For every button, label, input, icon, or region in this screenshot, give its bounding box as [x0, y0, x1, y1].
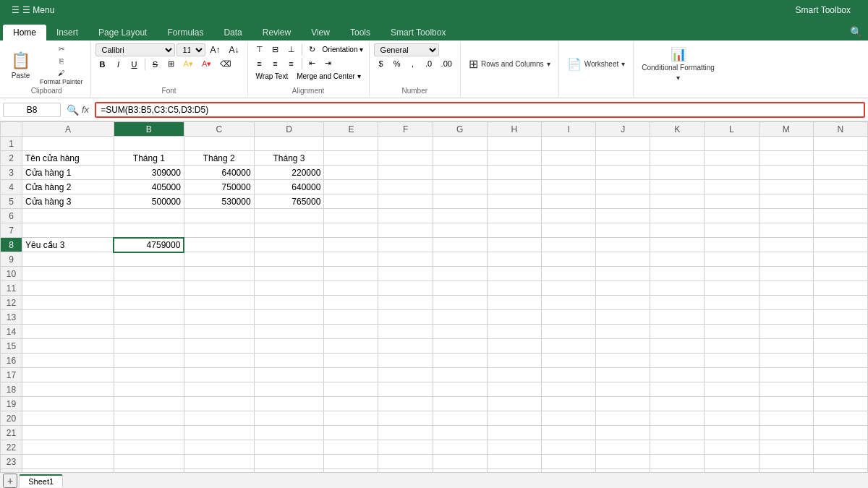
- cell-H2[interactable]: [487, 151, 541, 166]
- cell-C3[interactable]: 640000: [184, 166, 254, 180]
- cell-A10[interactable]: [22, 267, 114, 281]
- align-bottom-button[interactable]: ⊥: [284, 43, 299, 56]
- col-header-k[interactable]: K: [650, 122, 705, 137]
- paste-button[interactable]: 📋 Paste: [7, 49, 34, 82]
- cell-M24[interactable]: [759, 469, 813, 473]
- cell-K3[interactable]: [650, 166, 705, 180]
- cell-C5[interactable]: 530000: [184, 194, 254, 209]
- row-header-20[interactable]: 20: [1, 411, 22, 426]
- row-header-2[interactable]: 2: [1, 151, 22, 166]
- cell-M5[interactable]: [759, 194, 813, 209]
- cell-N10[interactable]: [813, 267, 867, 281]
- cell-J23[interactable]: [596, 455, 650, 469]
- cell-F13[interactable]: [378, 310, 433, 325]
- cell-L8[interactable]: [705, 238, 759, 252]
- cell-C19[interactable]: [184, 397, 254, 411]
- cell-E14[interactable]: [324, 325, 378, 339]
- cell-J3[interactable]: [596, 166, 650, 180]
- comma-button[interactable]: ,: [406, 58, 420, 69]
- tab-formulas[interactable]: Formulas: [157, 25, 213, 40]
- cell-E2[interactable]: [324, 151, 378, 166]
- cell-E17[interactable]: [324, 368, 378, 382]
- row-header-8[interactable]: 8: [1, 238, 22, 252]
- cell-K12[interactable]: [650, 296, 705, 310]
- cell-A19[interactable]: [22, 397, 114, 411]
- col-header-g[interactable]: G: [433, 122, 487, 137]
- cell-C1[interactable]: [184, 137, 254, 151]
- cell-G22[interactable]: [433, 440, 487, 455]
- copy-button[interactable]: ⎘: [37, 56, 86, 67]
- cell-L13[interactable]: [705, 310, 759, 325]
- align-center-button[interactable]: ≡: [268, 58, 283, 69]
- cell-B11[interactable]: [114, 281, 184, 296]
- cell-B22[interactable]: [114, 440, 184, 455]
- italic-button[interactable]: I: [111, 59, 126, 70]
- tab-page-layout[interactable]: Page Layout: [88, 25, 157, 40]
- cell-M22[interactable]: [759, 440, 813, 455]
- cell-F9[interactable]: [378, 252, 433, 267]
- cell-D23[interactable]: [254, 455, 324, 469]
- cell-G10[interactable]: [433, 267, 487, 281]
- cell-J15[interactable]: [596, 339, 650, 354]
- cell-I10[interactable]: [542, 267, 596, 281]
- cell-I15[interactable]: [542, 339, 596, 354]
- cell-M12[interactable]: [759, 296, 813, 310]
- cell-I1[interactable]: [542, 137, 596, 151]
- cell-B2[interactable]: Tháng 1: [114, 151, 184, 166]
- cell-I20[interactable]: [542, 411, 596, 426]
- row-header-12[interactable]: 12: [1, 296, 22, 310]
- cell-C12[interactable]: [184, 296, 254, 310]
- cell-L2[interactable]: [705, 151, 759, 166]
- cell-F10[interactable]: [378, 267, 433, 281]
- align-right-button[interactable]: ≡: [284, 58, 299, 69]
- cell-E20[interactable]: [324, 411, 378, 426]
- cell-J4[interactable]: [596, 180, 650, 194]
- cell-E22[interactable]: [324, 440, 378, 455]
- row-header-18[interactable]: 18: [1, 382, 22, 397]
- cell-L3[interactable]: [705, 166, 759, 180]
- row-header-17[interactable]: 17: [1, 368, 22, 382]
- cell-H22[interactable]: [487, 440, 541, 455]
- cell-A21[interactable]: [22, 426, 114, 440]
- cell-H20[interactable]: [487, 411, 541, 426]
- cell-L22[interactable]: [705, 440, 759, 455]
- cell-J22[interactable]: [596, 440, 650, 455]
- cell-K7[interactable]: [650, 223, 705, 238]
- row-header-16[interactable]: 16: [1, 354, 22, 368]
- cell-F11[interactable]: [378, 281, 433, 296]
- cell-J8[interactable]: [596, 238, 650, 252]
- cell-C24[interactable]: [184, 469, 254, 473]
- cell-H16[interactable]: [487, 354, 541, 368]
- rows-columns-button[interactable]: ⊞ Rows and Columns ▾: [465, 55, 554, 73]
- cell-B12[interactable]: [114, 296, 184, 310]
- cell-M2[interactable]: [759, 151, 813, 166]
- cell-M17[interactable]: [759, 368, 813, 382]
- cell-D9[interactable]: [254, 252, 324, 267]
- cell-H24[interactable]: [487, 469, 541, 473]
- col-header-c[interactable]: C: [184, 122, 254, 137]
- cell-E12[interactable]: [324, 296, 378, 310]
- cell-H15[interactable]: [487, 339, 541, 354]
- increase-decimal-button[interactable]: .00: [438, 58, 456, 69]
- format-painter-button[interactable]: 🖌 Format Painter: [37, 68, 86, 87]
- cell-C9[interactable]: [184, 252, 254, 267]
- cell-N13[interactable]: [813, 310, 867, 325]
- menu-button[interactable]: ☰ ☰ Menu: [6, 4, 60, 17]
- cell-G16[interactable]: [433, 354, 487, 368]
- orientation-button[interactable]: ↻: [305, 43, 320, 56]
- bold-button[interactable]: B: [95, 59, 110, 70]
- worksheet-button[interactable]: 📄 Worksheet ▾: [563, 55, 629, 73]
- cell-F12[interactable]: [378, 296, 433, 310]
- cell-D11[interactable]: [254, 281, 324, 296]
- cell-A14[interactable]: [22, 325, 114, 339]
- cell-B3[interactable]: 309000: [114, 166, 184, 180]
- cell-C23[interactable]: [184, 455, 254, 469]
- cell-F18[interactable]: [378, 382, 433, 397]
- cell-G17[interactable]: [433, 368, 487, 382]
- cell-A3[interactable]: Cửa hàng 1: [22, 166, 114, 180]
- cell-A6[interactable]: [22, 209, 114, 223]
- border-button[interactable]: ⊞: [164, 58, 179, 70]
- col-header-n[interactable]: N: [813, 122, 867, 137]
- cell-A7[interactable]: [22, 223, 114, 238]
- cell-D15[interactable]: [254, 339, 324, 354]
